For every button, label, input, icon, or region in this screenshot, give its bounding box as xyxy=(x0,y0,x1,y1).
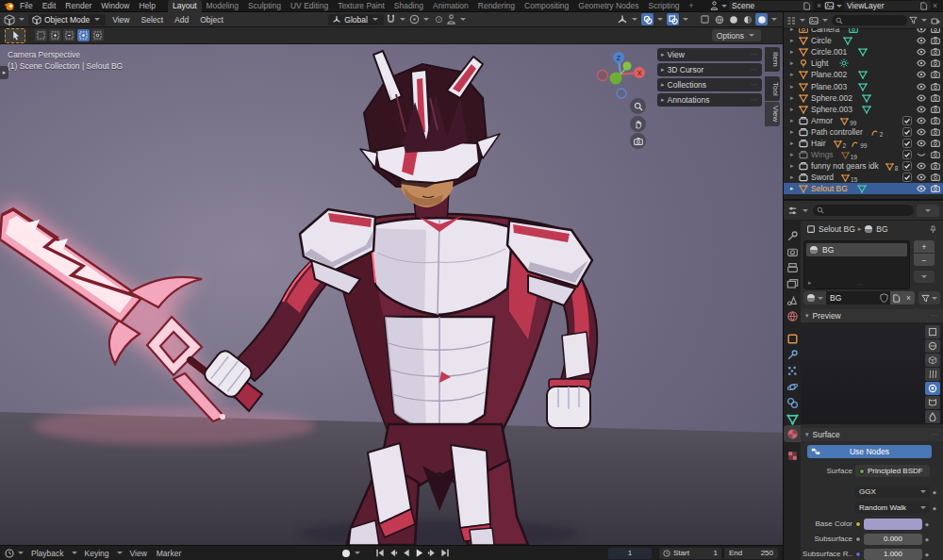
filter-image-chevron[interactable] xyxy=(822,19,828,22)
prev-keyframe-button[interactable] xyxy=(387,548,398,559)
animate-dot-icon[interactable]: ◆ xyxy=(925,536,929,542)
browse-material-button[interactable] xyxy=(803,291,826,305)
hide-eye-icon[interactable] xyxy=(917,116,926,125)
frame-end-field[interactable]: End250 xyxy=(723,548,778,559)
outliner-row-light[interactable]: ▸ Light xyxy=(784,58,943,69)
preview-shaderball-button[interactable] xyxy=(925,382,940,395)
select-mode-extend-button[interactable] xyxy=(49,29,61,41)
display-mode-icon[interactable] xyxy=(786,16,796,25)
remove-slot-button[interactable]: − xyxy=(914,254,935,266)
slot-specials-button[interactable] xyxy=(914,271,935,283)
pose-options-icon[interactable] xyxy=(446,14,456,25)
outliner-row-selout-bg[interactable]: ▸ Selout BG xyxy=(784,183,943,194)
xray-toggle[interactable] xyxy=(667,13,679,25)
shading-rendered-button[interactable] xyxy=(755,13,768,25)
add-workspace-button[interactable]: + xyxy=(685,0,699,12)
material-slot-selected[interactable]: BG xyxy=(806,243,907,256)
camera-view-button[interactable] xyxy=(630,133,646,149)
material-nodes-filter-button[interactable] xyxy=(918,291,940,305)
preview-hair-button[interactable] xyxy=(925,368,940,381)
gizmo-y-handle[interactable] xyxy=(623,62,632,71)
sidebar-panel-3d-cursor[interactable]: ▸3D Cursor⋯ xyxy=(657,63,762,76)
gizmo-y-ball[interactable] xyxy=(610,73,622,85)
outliner-row-funny-not-gears-idk[interactable]: ▸ funny not gears idk 8 xyxy=(784,160,943,172)
menu-help[interactable]: Help xyxy=(134,1,159,10)
tab-world-icon[interactable] xyxy=(786,310,799,322)
toggle-xray-button[interactable] xyxy=(699,13,711,25)
outliner-row-circle001[interactable]: ▸ Circle.001 xyxy=(784,46,943,58)
render-visibility-icon[interactable] xyxy=(931,58,940,68)
pan-hand-button[interactable] xyxy=(630,116,646,132)
tab-scene-icon[interactable] xyxy=(786,294,799,306)
animate-dot-icon[interactable]: ◆ xyxy=(925,552,929,557)
3d-viewport[interactable]: Camera Perspective (1) Scene Collection … xyxy=(0,44,783,545)
autokey-chevron[interactable] xyxy=(355,552,360,554)
hide-eye-icon[interactable] xyxy=(917,127,926,137)
workspace-tab-modeling[interactable]: Modeling xyxy=(202,0,244,12)
show-overlays-toggle[interactable] xyxy=(641,13,653,25)
render-visibility-icon[interactable] xyxy=(931,82,940,91)
snap-magnet-icon[interactable] xyxy=(386,14,396,25)
copy-material-button[interactable] xyxy=(890,291,902,305)
select-mode-intersect-button[interactable] xyxy=(91,29,104,41)
filter-image-icon[interactable] xyxy=(809,16,819,25)
tab-particles-icon[interactable] xyxy=(786,365,799,377)
pose-chevron[interactable] xyxy=(460,18,466,21)
shading-wireframe-button[interactable] xyxy=(713,13,725,25)
animate-dot-icon[interactable]: ◆ xyxy=(933,489,936,495)
tab-modifiers-icon[interactable] xyxy=(786,349,799,361)
collection-checkbox[interactable] xyxy=(902,173,912,182)
collection-checkbox[interactable] xyxy=(902,116,912,125)
current-frame-field[interactable]: 1 xyxy=(608,548,652,559)
jump-to-end-button[interactable] xyxy=(439,548,451,559)
menu-view[interactable]: View xyxy=(108,15,134,25)
scene-name-field[interactable]: Scene xyxy=(729,1,814,10)
collection-checkbox[interactable] xyxy=(902,150,912,159)
remove-viewlayer-icon[interactable]: × xyxy=(931,1,939,10)
surface-panel-header[interactable]: ▾ Surface ⋯ xyxy=(801,428,943,441)
properties-search-input[interactable] xyxy=(813,205,914,216)
editor-type-3d-viewport-icon[interactable] xyxy=(4,14,15,25)
preview-panel-header[interactable]: ▾ Preview ⋯ xyxy=(801,309,943,322)
hide-eye-icon[interactable] xyxy=(917,47,926,57)
menu-playback[interactable]: Playback xyxy=(27,549,68,558)
menu-select[interactable]: Select xyxy=(136,15,168,25)
slot-list-expand-icon[interactable]: ▸ xyxy=(808,279,812,287)
gizmo-negative-z-handle[interactable] xyxy=(617,89,626,98)
viewlayer-icon[interactable] xyxy=(824,1,835,10)
proportional-editing-icon[interactable] xyxy=(409,14,420,25)
workspace-tab-texture-paint[interactable]: Texture Paint xyxy=(333,0,389,12)
auto-ke yframe-record-icon[interactable] xyxy=(342,550,350,557)
play-button[interactable] xyxy=(413,548,424,559)
new-viewlayer-icon[interactable] xyxy=(919,2,928,10)
menu-file[interactable]: File xyxy=(15,1,38,10)
sidebar-panel-view[interactable]: ▸View⋯ xyxy=(657,48,762,61)
breadcrumb-data[interactable]: BG xyxy=(876,224,887,234)
viewlayer-name-field[interactable]: ViewLayer xyxy=(844,1,931,10)
outliner-row-wings[interactable]: ▸ Wings 19 xyxy=(784,149,943,160)
sidebar-panel-collections[interactable]: ▸Collections⋯ xyxy=(657,78,762,91)
render-visibility-icon[interactable] xyxy=(931,93,940,103)
outliner-row-hair[interactable]: ▸ Hair 2 99 xyxy=(784,138,943,149)
outliner-row-path-controller[interactable]: ▸ Path controller 2 xyxy=(784,126,943,138)
workspace-tab-animation[interactable]: Animation xyxy=(428,0,473,12)
tab-constraints-icon[interactable] xyxy=(786,397,799,409)
render-visibility-icon[interactable] xyxy=(931,184,940,193)
list-resize-grip-icon[interactable]: ⋯ xyxy=(857,281,864,288)
new-scene-icon[interactable] xyxy=(802,2,811,10)
preview-cloth-button[interactable] xyxy=(925,396,940,409)
mode-dropdown[interactable]: Object Mode xyxy=(28,14,106,25)
zoom-button[interactable] xyxy=(630,98,646,114)
pin-icon[interactable] xyxy=(929,225,937,234)
menu-view-timeline[interactable]: View xyxy=(126,549,151,558)
menu-add[interactable]: Add xyxy=(170,15,193,25)
hide-eye-icon[interactable] xyxy=(917,93,926,103)
display-mode-chevron[interactable] xyxy=(800,19,805,22)
menu-edit[interactable]: Edit xyxy=(38,1,61,10)
hide-eye-icon[interactable] xyxy=(917,58,926,68)
unlink-material-button[interactable]: × xyxy=(902,291,915,305)
outliner-search-input[interactable] xyxy=(832,15,907,25)
breadcrumb-object[interactable]: Selout BG xyxy=(819,224,855,234)
editor-type-timeline-icon[interactable] xyxy=(5,549,14,558)
outliner-row-plane003[interactable]: ▸ Plane.003 xyxy=(784,81,943,92)
